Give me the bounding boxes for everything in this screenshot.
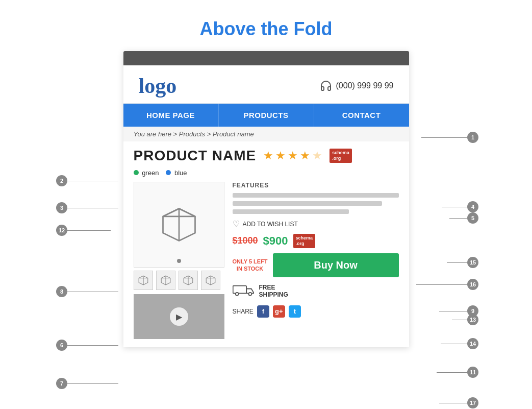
thumb-1[interactable]	[134, 271, 153, 290]
stock-text: ONLY 5 LEFTIN STOCK	[233, 258, 268, 273]
nav-item-contact[interactable]: CONTACT	[314, 104, 409, 127]
browser-bar	[123, 51, 409, 65]
features-label: FEATURES	[233, 182, 399, 189]
annotation-16: 16	[467, 279, 478, 290]
old-price: $1000	[233, 235, 258, 246]
heart-icon: ♡	[233, 219, 240, 229]
facebook-icon[interactable]: f	[257, 305, 269, 318]
color-dot-blue: blue	[166, 169, 187, 177]
wishlist-row[interactable]: ♡ ADD TO WISH LIST	[233, 219, 399, 229]
annotation-7: 7	[56, 378, 67, 389]
video-box[interactable]: ▶	[134, 294, 224, 339]
center-area: 2 3 12 8 6 7 1	[0, 51, 532, 347]
wishlist-label: ADD TO WISH LIST	[243, 221, 298, 228]
svg-point-19	[248, 292, 251, 295]
share-row: SHARE f g+ t	[233, 305, 399, 318]
price-row: $1000 $900 schema.org	[233, 234, 399, 248]
annotation-17: 17	[467, 397, 478, 408]
thumbnail-row	[134, 271, 224, 290]
annotation-2: 2	[56, 175, 67, 186]
svg-rect-17	[233, 285, 246, 293]
play-button[interactable]: ▶	[170, 307, 188, 326]
feature-line-2	[233, 201, 382, 206]
shipping-label: FREESHIPPING	[259, 284, 288, 298]
phone-number: (000) 999 99 99	[336, 81, 394, 90]
color-label-green: green	[142, 169, 159, 177]
svg-point-18	[235, 292, 238, 295]
logo: logo	[139, 74, 177, 98]
truck-icon	[233, 282, 255, 300]
annotation-14: 14	[467, 338, 478, 349]
star-1: ★	[263, 149, 273, 162]
page-title: Above the Fold	[0, 9, 532, 46]
phone-area: (000) 999 99 99	[320, 80, 394, 92]
schema-badge-top: schema.org	[330, 149, 352, 163]
thumb-4[interactable]	[201, 271, 220, 290]
left-col: ▶	[134, 182, 224, 339]
annotation-1: 1	[467, 132, 478, 143]
page-wrapper: Above the Fold 2 3 12 8 6 7	[0, 0, 532, 347]
nav-item-home[interactable]: HOME PAGE	[123, 104, 219, 127]
color-options: green blue	[134, 169, 399, 177]
product-name: PRODUCT NAME	[134, 148, 257, 164]
svg-line-4	[179, 209, 195, 216]
product-name-row: PRODUCT NAME ★ ★ ★ ★ ★ schema.org	[134, 148, 399, 164]
annotation-9: 9	[467, 305, 478, 317]
right-col: FEATURES ♡ ADD TO WISH LIST $1000 $900	[233, 182, 399, 318]
nav-item-products[interactable]: PRODUCTS	[219, 104, 314, 127]
headset-icon	[320, 80, 332, 92]
main-content: ▶ FEATURES ♡ ADD TO WISH LIST	[134, 182, 399, 339]
twitter-icon[interactable]: t	[289, 305, 301, 318]
share-label: SHARE	[233, 308, 254, 315]
color-label-blue: blue	[174, 169, 187, 177]
googleplus-icon[interactable]: g+	[273, 305, 285, 318]
star-3: ★	[288, 149, 298, 162]
color-dot-green: green	[134, 169, 159, 177]
annotation-13: 13	[467, 314, 478, 325]
feature-line-3	[233, 209, 349, 214]
site-header: logo (000) 999 99 99	[123, 65, 409, 104]
annotation-11: 11	[467, 367, 478, 378]
shipping-row: FREESHIPPING	[233, 282, 399, 300]
annotation-8: 8	[56, 286, 67, 297]
breadcrumb: You are here > Products > Product name	[123, 127, 409, 141]
star-4: ★	[300, 149, 310, 162]
product-section: PRODUCT NAME ★ ★ ★ ★ ★ schema.org green	[123, 141, 409, 347]
stars-area: ★ ★ ★ ★ ★	[263, 149, 322, 162]
annotation-6: 6	[56, 340, 67, 351]
annotation-12: 12	[56, 225, 67, 236]
annotation-15: 15	[467, 257, 478, 268]
svg-line-3	[163, 209, 179, 216]
star-5: ★	[312, 149, 322, 162]
thumb-2[interactable]	[156, 271, 175, 290]
product-box-icon	[156, 202, 202, 248]
feature-line-1	[233, 193, 399, 198]
product-image-box	[134, 182, 224, 268]
buy-row: ONLY 5 LEFTIN STOCK Buy Now	[233, 253, 399, 277]
browser-mockup: logo (000) 999 99 99 HOME PAGE PRODUCTS …	[123, 51, 409, 347]
image-indicator-dot	[177, 259, 181, 263]
thumb-3[interactable]	[179, 271, 198, 290]
buy-now-button[interactable]: Buy Now	[273, 253, 399, 277]
schema-badge-price: schema.org	[293, 234, 316, 248]
annotation-4: 4	[467, 201, 478, 212]
nav-bar: HOME PAGE PRODUCTS CONTACT	[123, 104, 409, 127]
annotation-3: 3	[56, 202, 67, 213]
star-2: ★	[275, 149, 286, 162]
annotation-5: 5	[467, 212, 478, 224]
new-price: $900	[263, 234, 288, 248]
